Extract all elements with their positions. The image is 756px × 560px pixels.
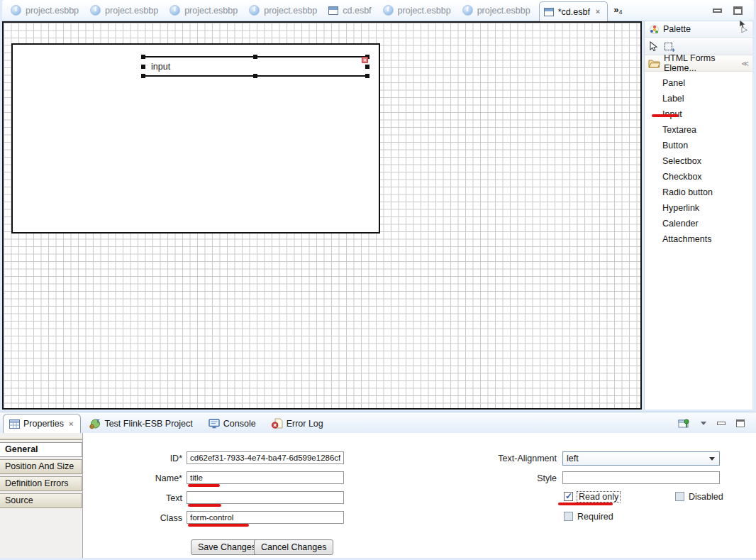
annotation-underline-read-only xyxy=(558,503,613,505)
tab-error-log[interactable]: Error Log xyxy=(265,414,330,433)
read-only-checkbox[interactable] xyxy=(564,492,573,501)
editor-tab-label: project.esbbp xyxy=(398,6,451,16)
hidden-tabs-chevron[interactable]: 4 xyxy=(613,4,622,21)
tab-test-label: Test Flink-ESB Project xyxy=(104,419,192,429)
editor-tab-label: project.esbbp xyxy=(184,6,238,16)
palette-title: Palette xyxy=(663,24,691,34)
annotation-underline-class-value xyxy=(188,524,249,527)
resize-handle-bottom-left[interactable] xyxy=(141,74,145,78)
console-icon xyxy=(209,419,220,429)
palette-group-title: HTML Forms Eleme... xyxy=(664,53,738,73)
required-label: Required xyxy=(577,512,613,522)
name-field[interactable] xyxy=(187,471,344,484)
maximize-icon[interactable] xyxy=(736,419,745,427)
resize-handle-top-left[interactable] xyxy=(141,55,145,59)
editor-tab-4[interactable]: project.esbbp xyxy=(246,0,326,21)
pin-view-icon[interactable] xyxy=(678,418,690,429)
palette-item-panel[interactable]: Panel xyxy=(645,75,752,91)
palette-group-html-forms[interactable]: HTML Forms Eleme... xyxy=(645,55,752,72)
editor-tab-label: project.esbbp xyxy=(105,6,158,16)
palette-item-textarea[interactable]: Textarea xyxy=(645,122,752,138)
form-file-icon xyxy=(328,6,338,15)
flink-file-icon xyxy=(169,5,180,16)
chevron-down-icon xyxy=(709,457,715,461)
section-tab-source[interactable]: Source xyxy=(0,493,82,508)
disabled-checkbox[interactable] xyxy=(675,492,684,501)
flink-file-icon xyxy=(90,5,101,16)
editor-tab-label: *cd.esbf xyxy=(558,7,590,17)
editor-tab-3[interactable]: project.esbbp xyxy=(167,0,246,21)
error-log-icon xyxy=(272,418,283,429)
flink-file-icon xyxy=(383,5,394,16)
palette-item-attachments[interactable]: Attachments xyxy=(645,231,752,247)
tab-console-label: Console xyxy=(223,419,256,429)
palette-header[interactable]: Palette xyxy=(645,21,752,38)
minimize-icon[interactable] xyxy=(717,422,726,425)
close-icon[interactable] xyxy=(67,419,74,429)
properties-form: ID* Name* Text Class Text-Alignment left… xyxy=(83,433,756,558)
text-alignment-select[interactable]: left xyxy=(562,451,720,466)
editor-tab-2[interactable]: project.esbbp xyxy=(87,0,167,21)
palette-item-hyperlink[interactable]: Hyperlink xyxy=(645,200,752,216)
resize-handle-bottom-middle[interactable] xyxy=(253,74,257,78)
class-field[interactable] xyxy=(187,511,344,524)
cancel-changes-button[interactable]: Cancel Changes xyxy=(254,539,333,555)
section-tab-position-and-size[interactable]: Position And Size xyxy=(0,459,82,474)
palette-item-radio-button[interactable]: Radio button xyxy=(645,185,752,200)
text-field[interactable] xyxy=(187,491,344,504)
selected-input-element[interactable]: input xyxy=(143,56,367,77)
required-checkbox[interactable] xyxy=(564,512,573,521)
close-icon[interactable] xyxy=(594,7,601,16)
editor-tab-label: project.esbbp xyxy=(477,6,530,16)
tab-console[interactable]: Console xyxy=(201,414,263,433)
style-field[interactable] xyxy=(562,471,720,484)
resize-handle-bottom-right[interactable] xyxy=(365,74,369,78)
editor-tab-label: cd.esbf xyxy=(343,6,371,16)
view-menu-icon[interactable] xyxy=(701,422,706,425)
palette-item-calender[interactable]: Calender xyxy=(645,216,752,231)
palette-panel: Palette HTML Forms Eleme... Panel Label … xyxy=(644,21,752,410)
editor-tab-1[interactable]: project.esbbp xyxy=(8,0,87,21)
properties-section-list: General Position And Size Definition Err… xyxy=(0,433,83,558)
palette-item-checkbox[interactable]: Checkbox xyxy=(645,169,752,185)
section-tab-definition-errors[interactable]: Definition Errors xyxy=(0,476,82,491)
maximize-icon[interactable] xyxy=(733,6,743,15)
resize-handle-top-middle[interactable] xyxy=(253,55,257,59)
pin-chevrons-icon[interactable] xyxy=(742,60,749,67)
svg-text:T: T xyxy=(96,418,100,424)
text-alignment-label: Text-Alignment xyxy=(450,454,557,463)
delete-element-icon[interactable] xyxy=(362,57,368,63)
marquee-tool-icon[interactable] xyxy=(665,43,672,50)
palette-item-list: Panel Label Input Textarea Button Select… xyxy=(645,72,752,247)
test-project-icon: T xyxy=(89,418,101,429)
bottom-panel: Properties T Test Flink-ESB Project xyxy=(0,412,756,558)
editor-tab-5[interactable]: cd.esbf xyxy=(326,0,379,21)
flink-file-icon xyxy=(249,5,260,16)
editor-tab-6[interactable]: project.esbbp xyxy=(380,0,460,21)
tab-properties[interactable]: Properties xyxy=(3,414,81,433)
input-element-text: input xyxy=(143,62,170,72)
form-panel[interactable]: input xyxy=(11,43,380,234)
editor-tab-active-cd-esbf[interactable]: *cd.esbf xyxy=(539,1,608,21)
minimize-icon[interactable] xyxy=(713,9,722,13)
properties-content: General Position And Size Definition Err… xyxy=(0,433,756,558)
id-field[interactable] xyxy=(187,451,344,464)
editor-tab-label: project.esbbp xyxy=(26,6,79,16)
resize-handle-middle-right[interactable] xyxy=(365,65,369,69)
select-tool-icon[interactable] xyxy=(648,41,658,52)
editor-tab-7[interactable]: project.esbbp xyxy=(460,0,539,21)
form-designer-canvas[interactable]: input xyxy=(2,21,642,410)
save-changes-button[interactable]: Save Changes xyxy=(191,539,263,555)
palette-item-button[interactable]: Button xyxy=(645,138,752,153)
section-tab-general[interactable]: General xyxy=(0,442,82,457)
read-only-label: Read only xyxy=(577,492,620,502)
tab-error-log-label: Error Log xyxy=(287,419,323,429)
palette-item-label[interactable]: Label xyxy=(645,91,752,106)
palette-item-selectbox[interactable]: Selectbox xyxy=(645,153,752,169)
tab-test-flink-esb-project[interactable]: T Test Flink-ESB Project xyxy=(82,414,199,433)
palette-icon xyxy=(650,25,659,34)
view-window-controls xyxy=(713,0,754,21)
resize-handle-middle-left[interactable] xyxy=(141,65,145,69)
tab-properties-label: Properties xyxy=(23,419,64,429)
bottom-tab-bar: Properties T Test Flink-ESB Project xyxy=(0,412,756,433)
